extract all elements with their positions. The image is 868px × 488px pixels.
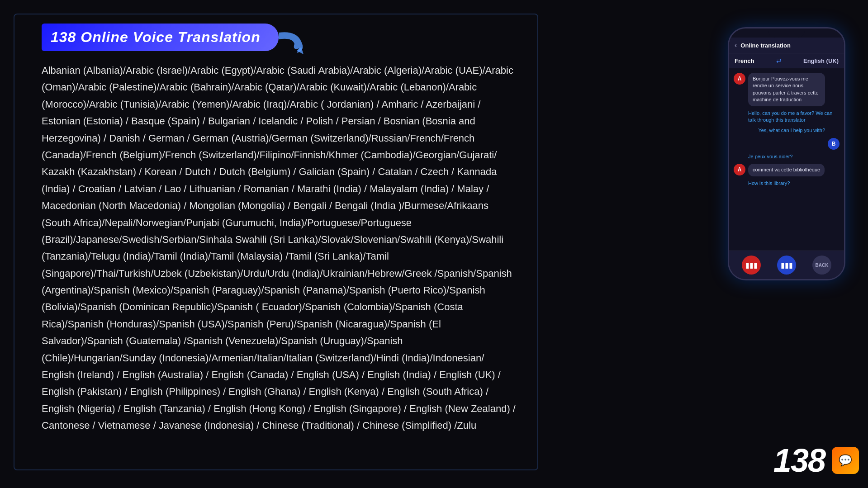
language-selector: French ⇄ English (UK): [729, 53, 844, 68]
back-button[interactable]: BACK: [812, 256, 831, 275]
message-text: Bonjour Pouvez-vous me rendre un service…: [753, 76, 819, 102]
phone-body: ‹ Online translation French ⇄ English (U…: [728, 27, 845, 280]
mic-button-a[interactable]: ▮▮▮: [742, 256, 761, 275]
bottom-branding: 138 💬: [773, 442, 859, 479]
avatar-a: A: [734, 73, 745, 85]
title-banner: 138 Online Voice Translation: [42, 24, 279, 51]
mic-button-b[interactable]: ▮▮▮: [777, 256, 796, 275]
swap-languages-icon[interactable]: ⇄: [776, 57, 782, 64]
message-bubble-2: comment va cette bibliothèque: [748, 164, 825, 176]
source-language-button[interactable]: French: [735, 57, 754, 64]
phone-notch: [768, 28, 805, 38]
target-language-button[interactable]: English (UK): [803, 57, 839, 64]
avatar-a-2: A: [734, 164, 745, 175]
app-header: ‹ Online translation: [729, 38, 844, 53]
app-header-title: Online translation: [740, 42, 791, 49]
phone-mockup: ‹ Online translation French ⇄ English (U…: [728, 27, 854, 289]
arrow-icon: [274, 28, 310, 55]
app-title: 138 Online Voice Translation: [51, 29, 261, 45]
chat-area: A Bonjour Pouvez-vous me rendre un servi…: [729, 68, 844, 251]
avatar-b: B: [828, 138, 840, 150]
brand-number: 138: [773, 442, 825, 479]
message-row-2: A comment va cette bibliothèque: [734, 164, 840, 176]
message-row-right: B: [734, 138, 840, 150]
back-arrow-icon[interactable]: ‹: [735, 41, 737, 49]
mic-b-icon: ▮▮▮: [781, 261, 793, 270]
translation-text-2: Je peux vous aider?: [748, 153, 840, 160]
translation-text: Hello, can you do me a favor? We can tal…: [748, 110, 840, 124]
message-text-2: comment va cette bibliothèque: [753, 167, 820, 172]
languages-list: Albanian (Albania)/Arabic (Israel)/Arabi…: [42, 62, 519, 434]
bottom-controls: ▮▮▮ ▮▮▮ BACK: [729, 251, 844, 279]
message-row: A Bonjour Pouvez-vous me rendre un servi…: [734, 73, 840, 106]
title-background: 138 Online Voice Translation: [42, 24, 279, 51]
logo-icon: 💬: [839, 454, 852, 467]
main-container: 138 Online Voice Translation Albanian (A…: [14, 14, 538, 470]
translation-text-right: Yes, what can I help you with?: [734, 127, 825, 134]
logo-badge: 💬: [832, 447, 859, 474]
translation-text-3: How is this library?: [748, 180, 840, 187]
message-bubble: Bonjour Pouvez-vous me rendre un service…: [748, 73, 825, 106]
phone-screen: ‹ Online translation French ⇄ English (U…: [729, 28, 844, 279]
mic-a-icon: ▮▮▮: [745, 261, 758, 270]
